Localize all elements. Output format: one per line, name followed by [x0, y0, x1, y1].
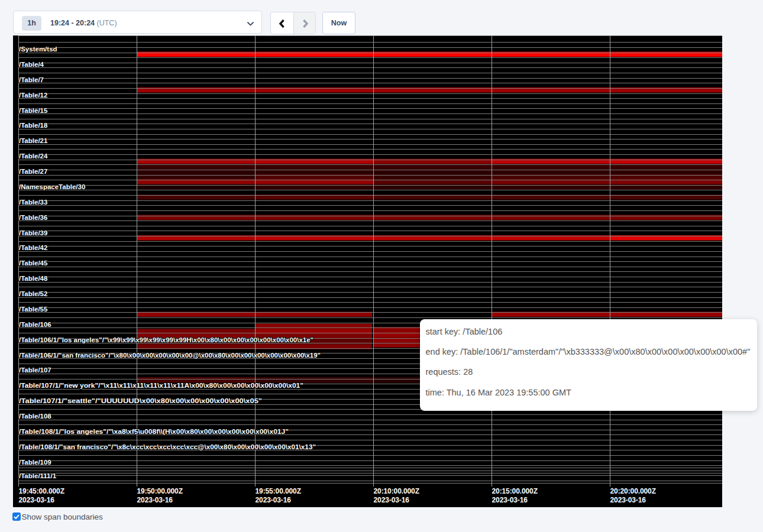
- svg-text:/Table/106/1/"los angeles"/"\x: /Table/106/1/"los angeles"/"\x99\x99\x99…: [19, 336, 313, 343]
- svg-text:/Table/4: /Table/4: [19, 61, 44, 68]
- svg-text:/Table/48: /Table/48: [19, 275, 48, 282]
- svg-text:/Table/106: /Table/106: [19, 321, 51, 328]
- svg-text:/Table/109: /Table/109: [19, 459, 51, 466]
- svg-text:20:15:00.000Z: 20:15:00.000Z: [492, 487, 538, 495]
- svg-text:/Table/12: /Table/12: [19, 92, 47, 99]
- svg-text:19:45:00.000Z: 19:45:00.000Z: [19, 487, 64, 495]
- svg-text:/Table/7: /Table/7: [19, 76, 44, 83]
- svg-text:/Table/21: /Table/21: [19, 137, 48, 144]
- svg-text:/Table/55: /Table/55: [19, 306, 48, 313]
- svg-text:/System/tsd: /System/tsd: [19, 46, 57, 53]
- svg-text:/Table/33: /Table/33: [19, 199, 47, 206]
- svg-text:2023-03-16: 2023-03-16: [374, 496, 410, 504]
- svg-text:/Table/111/1: /Table/111/1: [19, 472, 57, 479]
- svg-text:2023-03-16: 2023-03-16: [256, 496, 292, 504]
- svg-text:/Table/106/1/"san francisco"/": /Table/106/1/"san francisco"/"\x80\x00\x…: [19, 352, 321, 359]
- svg-text:/Table/18: /Table/18: [19, 122, 48, 129]
- svg-text:/Table/108/1/"los angeles"/"\x: /Table/108/1/"los angeles"/"\xa8\xf5\u00…: [19, 428, 289, 435]
- svg-text:19:50:00.000Z: 19:50:00.000Z: [137, 487, 183, 495]
- svg-text:/Table/108: /Table/108: [19, 413, 51, 420]
- svg-text:/Table/52: /Table/52: [19, 290, 47, 297]
- svg-text:/Table/45: /Table/45: [19, 259, 48, 267]
- svg-text:2023-03-16: 2023-03-16: [137, 496, 173, 504]
- svg-text:/NamespaceTable/30: /NamespaceTable/30: [19, 183, 85, 190]
- svg-text:/Table/108/1/"san francisco"/": /Table/108/1/"san francisco"/"\x8c\xcc\x…: [19, 443, 316, 450]
- svg-text:/Table/27: /Table/27: [19, 168, 47, 175]
- svg-text:/Table/36: /Table/36: [19, 214, 47, 221]
- svg-text:/Table/42: /Table/42: [19, 244, 47, 251]
- svg-text:/Table/24: /Table/24: [19, 153, 48, 160]
- svg-text:2023-03-16: 2023-03-16: [492, 496, 528, 504]
- svg-text:/Table/39: /Table/39: [19, 229, 47, 236]
- svg-text:/Table/107/1/"seattle"/"UUUUUU: /Table/107/1/"seattle"/"UUUUUUD\x00\x80\…: [19, 397, 262, 404]
- svg-text:19:55:00.000Z: 19:55:00.000Z: [256, 487, 301, 495]
- svg-text:20:20:00.000Z: 20:20:00.000Z: [610, 487, 656, 495]
- svg-text:20:10:00.000Z: 20:10:00.000Z: [374, 487, 419, 495]
- svg-text:/Table/15: /Table/15: [19, 107, 48, 114]
- svg-text:/Table/107: /Table/107: [19, 366, 51, 374]
- svg-text:/Table/107/1/"new york"/"\x11\: /Table/107/1/"new york"/"\x11\x11\x11\x1…: [19, 382, 303, 389]
- svg-text:2023-03-16: 2023-03-16: [610, 496, 646, 504]
- svg-text:2023-03-16: 2023-03-16: [19, 496, 55, 504]
